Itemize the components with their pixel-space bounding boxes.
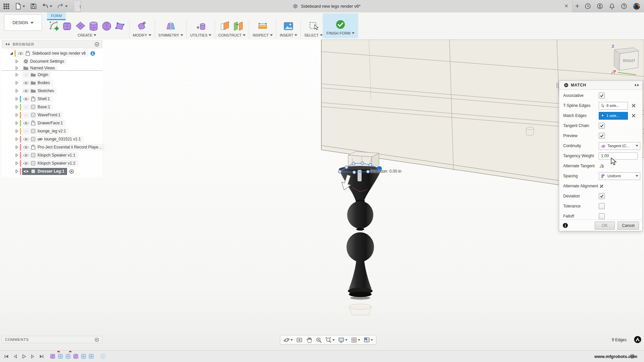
tri-closed-icon[interactable] (14, 88, 19, 93)
tangency-weight-input[interactable] (599, 153, 638, 160)
browser-row-body[interactable]: Shell:1 (22, 96, 53, 103)
eye-on-icon[interactable] (23, 96, 29, 102)
browser-row-drawerface-1[interactable]: DrawerFace:1 (2, 119, 102, 127)
face-button[interactable] (114, 20, 126, 32)
browser-row-lounge-031521-v1-1[interactable]: lounge_031521 v1:1 (2, 135, 102, 143)
browser-row-dresser-leg-1[interactable]: Dresser Leg:1 (2, 167, 102, 175)
zoom-button[interactable] (315, 336, 323, 344)
tangent-chain-checkbox[interactable] (599, 123, 605, 129)
timeline-feature-sketch-0[interactable] (50, 353, 55, 359)
alternate-tangent-button[interactable] (599, 163, 604, 169)
browser-row-body[interactable]: Sideboard new legs render v6 (17, 50, 88, 57)
group-label-inspect[interactable]: INSPECT (253, 33, 273, 37)
app-grid-button[interactable] (3, 3, 10, 10)
group-label-utilities[interactable]: UTILITIES (190, 33, 211, 37)
tri-closed-icon[interactable] (14, 145, 19, 149)
tri-closed-icon[interactable] (14, 121, 19, 125)
browser-row-named-views[interactable]: Named Views (2, 65, 102, 71)
timeline-feature-sketch-3[interactable] (73, 353, 78, 359)
viewports-button[interactable] (363, 336, 374, 344)
eye-on-icon[interactable] (23, 120, 29, 126)
browser-row-body[interactable]: Base:1 (22, 104, 53, 111)
tri-closed-icon[interactable] (14, 113, 19, 117)
browser-row-lounge-leg-v2-1[interactable]: lounge_leg v2:1 (2, 127, 102, 135)
browser-row-pro-ject-essential-ii-record-playe[interactable]: Pro-Ject Essential ii Record Playe... (2, 143, 102, 151)
avatar-icon[interactable] (633, 2, 641, 10)
notifications-icon[interactable] (608, 3, 615, 10)
primitive-sphere-button[interactable] (101, 20, 113, 32)
tri-closed-icon[interactable] (14, 129, 19, 133)
collapse-panel-icon[interactable] (5, 43, 10, 46)
eye-off-icon[interactable] (23, 128, 29, 134)
group-label-symmetry[interactable]: SYMMETRY (158, 33, 183, 37)
spacing-dropdown[interactable]: Uniform (599, 172, 640, 180)
step-forward-button[interactable] (29, 353, 36, 360)
tri-closed-icon[interactable] (14, 72, 19, 77)
timeline-feature-form-4[interactable] (80, 353, 86, 359)
step-back-button[interactable] (11, 353, 19, 360)
viewport-canvas[interactable]: Deviation: 0.00 in RIGHT Z BROWSER Sideb… (0, 40, 644, 350)
go-to-end-button[interactable] (38, 353, 45, 360)
browser-row-sketches[interactable]: Sketches (2, 87, 102, 95)
document-tab[interactable]: Sideboard new legs render v6* (80, 0, 573, 12)
browser-row-body[interactable]: lounge_031521 v1:1 (22, 136, 84, 143)
browser-row-origin[interactable]: Origin (2, 71, 102, 79)
comments-options-icon[interactable] (95, 338, 99, 342)
timeline-feature-form-2[interactable] (65, 353, 71, 359)
eye-on-icon[interactable] (23, 136, 29, 142)
match-edges-selection-button[interactable]: 1 sele... (599, 112, 628, 120)
tri-closed-icon[interactable] (14, 80, 19, 85)
match-edges-clear-icon[interactable] (631, 113, 636, 118)
primitive-box-button[interactable] (61, 20, 73, 32)
browser-row-body[interactable]: Document Settings (22, 58, 67, 65)
workspace-switcher[interactable]: DESIGN (4, 14, 42, 31)
measure-button[interactable] (257, 20, 269, 32)
grid-settings-button[interactable] (350, 336, 361, 344)
timeline-feature-form-5[interactable] (88, 353, 94, 359)
eye-on-icon[interactable] (23, 88, 29, 94)
collapse-dialog-icon[interactable] (564, 83, 569, 87)
tri-closed-icon[interactable] (14, 153, 19, 158)
tri-closed-icon[interactable] (14, 169, 19, 174)
target-icon[interactable] (69, 169, 74, 174)
eye-on-icon[interactable] (23, 80, 29, 86)
primitive-plane-button[interactable] (74, 20, 87, 32)
tab-form[interactable]: FORM (47, 12, 66, 19)
construct-midplane-button[interactable] (219, 20, 231, 32)
browser-row-sideboard-new-legs-render-v6[interactable]: Sideboard new legs render v6 (2, 49, 102, 57)
cancel-button[interactable]: Cancel (618, 222, 639, 230)
play-button[interactable] (20, 353, 28, 360)
eye-on-icon[interactable] (23, 153, 29, 158)
browser-row-wavefront-1[interactable]: WaveFront:1 (2, 111, 102, 119)
browser-row-body[interactable]: Origin (22, 71, 51, 78)
browser-row-document-settings[interactable]: Document Settings (2, 57, 102, 65)
match-dialog-header[interactable]: MATCH (559, 81, 642, 90)
browser-row-klispch-speaker-v1-2[interactable]: Klispch Speaker v1:2 (2, 159, 102, 167)
tri-closed-icon[interactable] (14, 66, 19, 70)
new-tab-icon[interactable] (574, 3, 580, 9)
browser-row-body[interactable]: DrawerFace:1 (22, 120, 65, 127)
orbit-button[interactable] (282, 336, 294, 344)
tolerance-checkbox[interactable] (599, 203, 605, 209)
tri-closed-icon[interactable] (14, 97, 19, 101)
create-sketch-button[interactable] (48, 20, 60, 32)
browser-row-body[interactable]: Klispch Speaker v1:2 (22, 160, 78, 167)
browser-row-shell-1[interactable]: Shell:1 (2, 95, 102, 103)
group-label-modify[interactable]: MODIFY (133, 33, 151, 37)
close-tab-icon[interactable] (564, 3, 569, 8)
group-label-construct[interactable]: CONSTRUCT (218, 33, 246, 37)
eye-on-icon[interactable] (18, 51, 23, 56)
edit-form-button[interactable] (136, 20, 148, 32)
group-label-insert[interactable]: INSERT (280, 33, 297, 37)
window-select-button[interactable] (308, 20, 320, 32)
autodesk-assistant-icon[interactable] (634, 336, 641, 343)
preview-checkbox[interactable] (599, 133, 605, 139)
tri-open-root-icon[interactable] (9, 51, 14, 56)
display-settings-button[interactable] (337, 336, 348, 344)
view-cube[interactable]: RIGHT Z (608, 44, 643, 76)
browser-row-body[interactable]: WaveFront:1 (22, 112, 63, 119)
finish-form-button[interactable]: FINISH FORM (323, 13, 358, 38)
deviation-checkbox[interactable] (599, 193, 605, 199)
browser-row-body[interactable]: Named Views (22, 65, 58, 71)
browser-row-klispch-speaker-v1-1[interactable]: Klispch Speaker v1:1 (2, 151, 102, 159)
